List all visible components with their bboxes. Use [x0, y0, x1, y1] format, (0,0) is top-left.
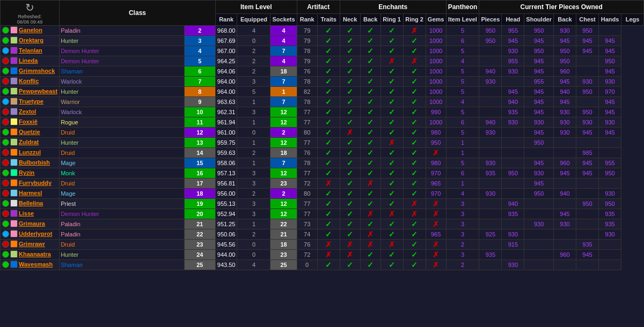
class-cell: Rogue [60, 117, 185, 128]
class-cell: Mage [60, 189, 185, 199]
player-link[interactable]: Bellelina [19, 200, 43, 206]
player-link[interactable]: Udderlyprot [19, 231, 52, 237]
refresh-cell[interactable]: ↻ Refreshed: 06/06 09:49 [1, 1, 60, 26]
player-link[interactable]: Zextol [19, 108, 36, 115]
subheader-equipped: Equipped [237, 13, 270, 25]
player-link[interactable]: Quetzie [19, 129, 40, 135]
class-icon [10, 179, 18, 187]
pantheon-cell: 970 [426, 189, 446, 199]
player-name-cell[interactable]: Lineda [1, 56, 60, 66]
tier-value: 930 [605, 78, 614, 85]
neck-cell: ✓ [317, 107, 340, 117]
player-name-cell[interactable]: Lisse [1, 209, 60, 219]
player-name-cell[interactable]: Telanlan [1, 46, 60, 56]
player-name-cell[interactable]: Furrybuddy [1, 179, 60, 189]
check-yes: ✓ [347, 230, 353, 239]
player-name-cell[interactable]: Foxxiê [1, 117, 60, 128]
neck-cell: ✓ [317, 219, 340, 229]
subheader-traits: Traits [317, 13, 340, 25]
table-row: Lisse Demon Hunter 20 952.94 3 12 77 ✓ ✓… [1, 209, 644, 219]
role-icon [2, 180, 9, 187]
player-link[interactable]: Telanlan [19, 47, 42, 54]
player-name-cell[interactable]: Bulborbish [1, 158, 60, 168]
gems-cell: ✓ [403, 117, 426, 128]
player-name-cell[interactable]: Grimrawr [1, 240, 60, 250]
tier-value: 950 [486, 27, 495, 34]
player-link[interactable]: Grimmshock [19, 68, 55, 74]
table-row: Konflic Warlock 7 964.00 3 7 78 ✓ ✓ ✓ ✓ … [1, 77, 644, 87]
player-name-cell[interactable]: Khaanaatra [1, 250, 60, 260]
gems-cell: ✓ [403, 229, 426, 240]
player-link[interactable]: Grimrawr [19, 241, 45, 247]
player-link[interactable]: Konflic [19, 78, 39, 84]
rank-cell: 22 [184, 229, 215, 240]
player-link[interactable]: Harmesl [19, 190, 42, 196]
player-name-cell[interactable]: Pewpewbeast [1, 87, 60, 97]
player-link[interactable]: Lineda [19, 57, 38, 64]
class-icon [10, 98, 18, 105]
player-name-cell[interactable]: Grimaura [1, 219, 60, 229]
player-name-cell[interactable]: Bellelina [1, 199, 60, 209]
chest-cell: 940 [554, 87, 576, 97]
neck-cell: ✓ [317, 97, 340, 107]
player-name-cell[interactable]: Ganelon [1, 26, 60, 36]
neck-cell: ✓ [317, 189, 340, 199]
player-name-cell[interactable]: Wavesmash [1, 260, 60, 270]
player-name-cell[interactable]: Zuldrat [1, 138, 60, 148]
player-name-cell[interactable]: Quetzie [1, 128, 60, 138]
tier-value: 945 [508, 88, 518, 95]
player-link[interactable]: Lunzzul [19, 149, 41, 155]
check-yes: ✓ [389, 77, 395, 86]
player-name-cell[interactable]: Grimmshock [1, 66, 60, 77]
player-name-cell[interactable]: Orektarg [1, 36, 60, 46]
check-yes: ✓ [411, 169, 418, 177]
player-name-cell[interactable]: Harmesl [1, 189, 60, 199]
table-row: Bulborbish Mage 15 958.06 1 7 78 ✓ ✓ ✓ ✓… [1, 158, 644, 168]
player-link[interactable]: Lisse [19, 210, 34, 217]
tier-value: 935 [508, 211, 518, 217]
chest-cell: 945 [554, 97, 576, 107]
check-yes: ✓ [347, 169, 353, 177]
player-link[interactable]: Grimaura [19, 220, 45, 227]
player-link[interactable]: Ganelon [19, 27, 42, 33]
player-link[interactable]: Foxxiê [19, 118, 38, 125]
class-icon [10, 189, 18, 197]
player-link[interactable]: Furrybuddy [19, 180, 52, 186]
class-icon [10, 108, 18, 115]
check-yes: ✓ [347, 98, 353, 106]
shoulder-cell [502, 138, 524, 148]
player-link[interactable]: Pewpewbeast [19, 88, 57, 94]
player-name-cell[interactable]: Zextol [1, 107, 60, 117]
player-name-cell[interactable]: Konflic [1, 77, 60, 87]
player-link[interactable]: Truetype [19, 98, 43, 105]
table-row: Harmesl Mage 18 956.00 2 2 80 ✓ ✓ ✓ ✓ ✓ … [1, 189, 644, 199]
tier-back-cell: 945 [524, 128, 554, 138]
player-link[interactable]: Zuldrat [19, 139, 39, 145]
refresh-icon[interactable]: ↻ [2, 1, 57, 14]
pantheon-missing: ✗ [433, 148, 439, 157]
back-cell: ✓ [340, 219, 360, 229]
player-name-cell[interactable]: Udderlyprot [1, 229, 60, 240]
player-link[interactable]: Orektarg [19, 37, 43, 43]
tier-back-cell [524, 229, 554, 240]
player-link[interactable]: Bulborbish [19, 159, 50, 166]
player-link[interactable]: Khaanaatra [19, 251, 51, 257]
artifact-rank-cell: 23 [270, 179, 297, 189]
player-name-cell[interactable]: Lunzzul [1, 148, 60, 158]
player-name-cell[interactable]: Truetype [1, 97, 60, 107]
pantheon-value: 1000 [429, 58, 442, 64]
player-link[interactable]: Ryzin [19, 169, 34, 176]
traits-cell: 78 [297, 46, 317, 56]
equipped-cell: 958.06 [215, 158, 237, 168]
player-link[interactable]: Wavesmash [19, 261, 53, 267]
shoulder-cell [502, 158, 524, 168]
rank-cell: 13 [184, 138, 215, 148]
hands-cell [576, 179, 599, 189]
traits-cell: 77 [297, 199, 317, 209]
pantheon-cell: 950 [426, 138, 446, 148]
equipped-cell: 964.25 [215, 56, 237, 66]
chest-cell: 930 [554, 107, 576, 117]
class-cell: Hunter [60, 138, 185, 148]
shoulder-cell: 955 [502, 56, 524, 66]
player-name-cell[interactable]: Ryzin [1, 168, 60, 179]
